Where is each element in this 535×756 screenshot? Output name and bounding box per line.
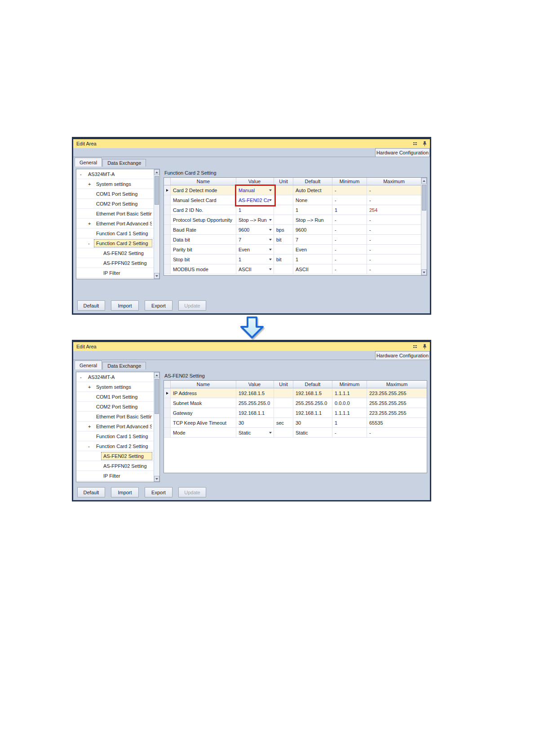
dropdown-caret-icon[interactable] [269,219,272,221]
tree-item-ip-filter[interactable]: IP Filter [76,471,154,481]
tab-label: Data Exchange [107,363,141,369]
tree-item-as-fpfn02-setting[interactable]: AS-FPFN02 Setting [76,461,154,471]
value-cell[interactable]: Stop --> Run [236,215,274,224]
scroll-thumb[interactable] [155,176,159,205]
row-indicator-cell [164,195,171,205]
value-cell[interactable]: 1 [236,255,274,264]
value-cell[interactable]: 192.168.1.5 [236,388,274,398]
tree-item-ethernet-port-advanced-setting[interactable]: + Ethernet Port Advanced Setting [76,219,154,229]
tree-scrollbar[interactable] [154,372,159,482]
dropdown-caret-icon[interactable] [269,259,272,260]
tree-expand-toggle[interactable]: + [88,181,94,187]
dropdown-caret-icon[interactable] [269,432,272,434]
dropdown-caret-icon[interactable] [269,199,272,201]
scroll-thumb[interactable] [422,185,426,211]
tree-item-system-settings[interactable]: + System settings [76,382,154,392]
tree-item-com2-port-setting[interactable]: COM2 Port Setting [76,199,154,209]
export-button[interactable]: Export [145,300,172,311]
window-position-dots-icon[interactable] [413,142,417,145]
dropdown-caret-icon[interactable] [269,189,272,191]
tree-item-com2-port-setting[interactable]: COM2 Port Setting [76,402,154,412]
tree-item-as-fen02-setting[interactable]: AS-FEN02 Setting [76,451,154,461]
default-cell: 1 [293,255,332,264]
tree-item-ethernet-port-basic-setting[interactable]: Ethernet Port Basic Setting [76,412,154,422]
default-button[interactable]: Default [77,487,105,497]
tree-item-as-fpfn02-setting[interactable]: AS-FPFN02 Setting [76,258,154,268]
tree-item-function-card-1-setting[interactable]: Function Card 1 Setting [76,229,154,238]
dropdown-caret-icon[interactable] [269,239,272,241]
value-cell[interactable]: 9600 [236,225,274,234]
name-cell: Card 2 Detect mode [171,185,236,195]
tree-item-ethernet-port-basic-setting[interactable]: Ethernet Port Basic Setting [76,209,154,219]
update-button[interactable]: Update [178,300,206,311]
maximum-cell: 254 [367,205,421,215]
scroll-down-button[interactable] [154,476,159,482]
value-cell[interactable]: Static [236,428,274,437]
window-position-dots-icon[interactable] [413,345,417,348]
value-cell[interactable]: ASCII [236,264,274,274]
device-tree-panel: - AS324MT-A + System settings COM1 Port … [76,372,160,482]
down-arrow-glyph-icon [423,272,425,273]
scroll-up-button[interactable] [421,178,427,184]
tree-item-as-fen02-setting[interactable]: AS-FEN02 Setting [76,248,154,258]
default-button[interactable]: Default [77,300,105,311]
tree-item-function-card-2-setting[interactable]: - Function Card 2 Setting [76,238,154,248]
value-cell[interactable]: 1 [236,205,274,215]
update-button[interactable]: Update [178,487,206,497]
value-cell[interactable]: 30 [236,418,274,427]
scroll-thumb[interactable] [155,379,159,414]
tree-item-ip-filter[interactable]: IP Filter [76,268,154,278]
tree-expand-toggle[interactable]: - [88,444,94,449]
tree-scrollbar[interactable] [154,169,159,279]
up-arrow-icon [155,171,158,173]
tree-item-com1-port-setting[interactable]: COM1 Port Setting [76,392,154,402]
tree-expand-toggle[interactable]: + [88,384,94,390]
tree-item-function-card-1-setting[interactable]: Function Card 1 Setting [76,431,154,441]
tab-data-exchange[interactable]: Data Exchange [102,159,146,167]
tree-item-com1-port-setting[interactable]: COM1 Port Setting [76,189,154,199]
value-cell[interactable]: 255.255.255.0 [236,398,274,408]
value-cell[interactable]: 7 [236,235,274,244]
table-scrollbar[interactable] [421,178,427,275]
tree-item-function-card-2-setting[interactable]: - Function Card 2 Setting [76,441,154,451]
tab-general[interactable]: General [75,360,102,369]
default-cell: 1 [293,205,332,215]
tree-expand-toggle[interactable]: - [88,241,94,246]
tree-expand-toggle[interactable]: - [80,171,86,177]
value-cell[interactable]: 192.168.1.1 [236,408,274,418]
settings-main-panel: Function Card 2 Setting NameValueUnitDef… [164,169,427,295]
tree-expand-toggle[interactable]: + [88,221,94,226]
tree-item-system-settings[interactable]: + System settings [76,179,154,189]
value-cell[interactable]: AS-FEN02 Card [236,195,274,205]
button-bar: DefaultImportExportUpdate [73,484,430,500]
scroll-up-button[interactable] [154,169,159,175]
dropdown-caret-icon[interactable] [269,249,272,251]
scroll-down-button[interactable] [421,269,427,275]
value-cell[interactable]: Manual [236,185,274,195]
value-cell[interactable]: Even [236,245,274,254]
table-row: TCP Keep Alive Timeout 30 sec 30 1 65535 [164,418,427,428]
tree-expand-toggle[interactable]: + [88,424,94,429]
tab-data-exchange[interactable]: Data Exchange [102,362,146,369]
import-button[interactable]: Import [111,300,139,311]
column-header-value: Value [236,178,274,185]
pin-icon[interactable] [423,141,427,146]
tree-item-ethernet-port-advanced-setting[interactable]: + Ethernet Port Advanced Setting [76,422,154,431]
pin-icon[interactable] [423,344,427,349]
dock-tab-hardware-configuration[interactable]: Hardware Configuration [375,148,430,157]
scroll-down-button[interactable] [154,273,159,279]
dropdown-caret-icon[interactable] [269,229,272,231]
tree-item-as324mt-a[interactable]: - AS324MT-A [76,372,154,382]
dock-tab-hardware-configuration[interactable]: Hardware Configuration [375,351,430,360]
tree-item-label: AS-FPFN02 Setting [101,259,152,267]
scroll-up-button[interactable] [154,372,159,378]
dropdown-caret-icon[interactable] [269,268,272,270]
table-row: Subnet Mask 255.255.255.0 255.255.255.0 … [164,398,427,408]
import-button[interactable]: Import [111,487,139,497]
tab-general[interactable]: General [75,158,102,167]
dock-strip: Hardware Configuration [73,148,430,157]
tree-expand-toggle[interactable]: - [80,374,86,380]
tree-item-label: Function Card 2 Setting [94,442,152,450]
export-button[interactable]: Export [145,487,172,497]
tree-item-as324mt-a[interactable]: - AS324MT-A [76,169,154,179]
